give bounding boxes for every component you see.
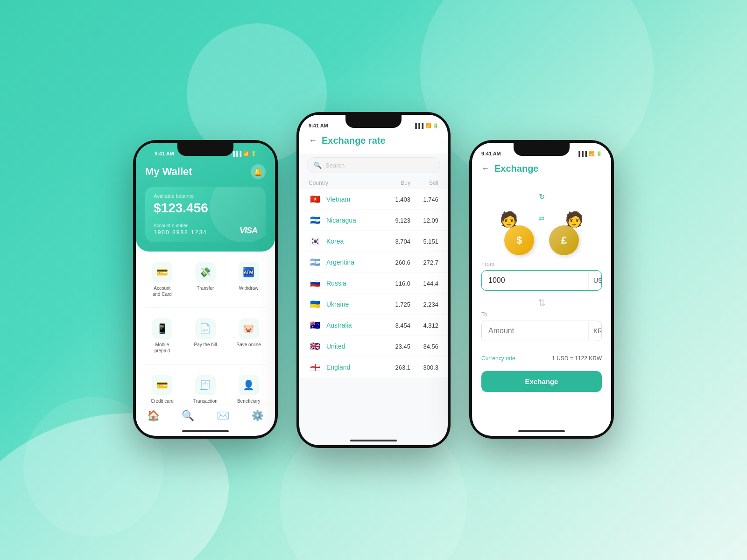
exchange-rate-title: Exchange rate: [322, 135, 386, 146]
card-account-info: Account number 1900 8988 1234: [154, 223, 207, 236]
account-label: Account number: [154, 223, 207, 228]
rate-row-nicaragua[interactable]: 🇳🇮 Nicaragua 9.123 12.09: [299, 210, 448, 231]
signal-icon-3: ▐▐▐: [577, 151, 587, 156]
wallet-title-row: My Wallet 🔔: [145, 160, 266, 187]
from-input-row[interactable]: USD ⇅: [481, 270, 602, 291]
rate-row-united[interactable]: 🇬🇧 United 23.45 34.56: [299, 336, 448, 357]
rate-row-argentina[interactable]: 🇦🇷 Argentina 260.6 272.7: [299, 252, 448, 273]
save-online-label: Save online: [237, 342, 261, 348]
phone-convert: 9:41 AM ▐▐▐ 📶 🔋 ← Exchange ↻: [469, 140, 614, 439]
currency-rate-value: 1 USD = 1122 KRW: [552, 355, 602, 362]
phone-wallet: 9:41 AM ▐▐▐ 📶 🔋 My Wallet 🔔 Available ba…: [133, 140, 278, 439]
buy-rate-1: 9.123: [382, 217, 410, 224]
rate-row-australia[interactable]: 🇦🇺 Australia 3.454 4.312: [299, 315, 448, 336]
wifi-icon-3: 📶: [589, 151, 594, 156]
menu-item-account-card[interactable]: 💳 Accountand Card: [141, 255, 184, 304]
buy-rate-2: 3.704: [382, 238, 410, 245]
convert-back-button[interactable]: ←: [481, 164, 490, 174]
phone-notch-exchange: [345, 115, 402, 128]
from-currency-value: USD: [593, 277, 602, 284]
exchange-rate-screen: 9:41 AM ▐▐▐ 📶 🔋 ← Exchange rate 🔍 Search…: [299, 115, 448, 445]
wallet-screen: 9:41 AM ▐▐▐ 📶 🔋 My Wallet 🔔 Available ba…: [136, 143, 275, 436]
pay-bill-icon: 📄: [195, 318, 216, 339]
home-bar-exchange: [350, 440, 397, 441]
country-name-4: Russia: [326, 280, 382, 287]
balance-label: Available balance: [154, 193, 257, 199]
to-currency-select[interactable]: KRW ⇅: [588, 322, 602, 340]
swap-vertical-icon: ⇅: [538, 297, 546, 308]
col-country-header: Country: [309, 180, 382, 186]
from-currency-select[interactable]: USD ⇅: [588, 271, 602, 290]
exchange-rate-status-icons: ▐▐▐ 📶 🔋: [414, 123, 438, 128]
to-input-row[interactable]: KRW ⇅: [481, 321, 602, 341]
convert-back-row: ← Exchange: [481, 163, 602, 174]
flag-nicaragua: 🇳🇮: [309, 216, 322, 225]
beneficiary-label: Beneficiary: [237, 398, 260, 404]
phone-notch-wallet: [177, 143, 233, 156]
from-label: From: [481, 261, 602, 267]
search-placeholder-text: Search: [325, 162, 433, 169]
wallet-header-bg: 9:41 AM ▐▐▐ 📶 🔋 My Wallet 🔔 Available ba…: [136, 143, 275, 252]
battery-icon-3: 🔋: [596, 151, 602, 156]
wifi-icon-2: 📶: [425, 123, 431, 128]
country-name-2: Korea: [326, 238, 382, 245]
menu-item-save-online[interactable]: 🐷 Save online: [227, 312, 270, 360]
menu-item-mobile-prepaid[interactable]: 📱 Mobileprepaid: [141, 312, 184, 360]
buy-rate-0: 1.403: [382, 196, 410, 203]
menu-grid-row1: 💳 Accountand Card 💸 Transfer 🏧 Withdraw: [136, 252, 275, 308]
battery-icon: 🔋: [251, 151, 256, 156]
exchange-submit-button[interactable]: Exchange: [481, 371, 602, 392]
wallet-time: 9:41 AM: [155, 151, 174, 156]
to-amount-input[interactable]: [482, 321, 588, 341]
rate-row-vietnam[interactable]: 🇻🇳 Vietnam 1.403 1.746: [299, 189, 448, 210]
coins-group: ⇅ $ £: [539, 215, 544, 225]
from-amount-input[interactable]: [482, 271, 588, 290]
currency-rate-row: Currency rate 1 USD = 1122 KRW: [472, 350, 611, 366]
phone-notch-convert: [514, 143, 570, 156]
pay-bill-label: Pay the bill: [194, 342, 217, 348]
buy-rate-7: 23.45: [382, 343, 410, 350]
menu-item-transfer[interactable]: 💸 Transfer: [184, 255, 227, 304]
save-online-icon: 🐷: [239, 318, 259, 339]
rate-row-russia[interactable]: 🇷🇺 Russia 116.0 144.4: [299, 273, 448, 294]
rate-row-ukraine[interactable]: 🇺🇦 Ukraine 1.725 2.234: [299, 294, 448, 315]
country-name-8: England: [326, 364, 382, 371]
account-card-icon: 💳: [152, 262, 172, 282]
notification-bell-button[interactable]: 🔔: [251, 164, 266, 179]
buy-rate-8: 263.1: [382, 364, 410, 371]
flag-argentina: 🇦🇷: [309, 258, 322, 267]
menu-item-withdraw[interactable]: 🏧 Withdraw: [227, 255, 270, 304]
menu-item-pay-bill[interactable]: 📄 Pay the bill: [184, 312, 227, 360]
credit-card-icon: 💳: [152, 375, 172, 395]
sell-rate-3: 272.7: [410, 259, 438, 266]
country-name-0: Vietnam: [326, 196, 382, 203]
search-magnifier-icon: 🔍: [314, 161, 322, 169]
sell-rate-6: 4.312: [410, 322, 438, 329]
swap-button[interactable]: ⇅: [481, 294, 602, 311]
account-number: 1900 8988 1234: [154, 229, 207, 236]
transfer-icon: 💸: [195, 262, 216, 282]
card-footer: Account number 1900 8988 1234 VISA: [154, 223, 257, 236]
buy-rate-5: 1.725: [382, 301, 410, 308]
transaction-label: Transaction: [193, 398, 218, 404]
convert-time: 9:41 AM: [481, 151, 501, 156]
mobile-prepaid-icon: 📱: [152, 318, 172, 339]
nav-settings-button[interactable]: ⚙️: [251, 410, 264, 422]
beneficiary-icon: 👤: [239, 375, 259, 395]
buy-rate-3: 260.6: [382, 259, 410, 266]
signal-icon: ▐▐▐: [232, 151, 241, 156]
nav-home-button[interactable]: 🏠: [147, 410, 160, 422]
rate-row-korea[interactable]: 🇰🇷 Korea 3.704 5.151: [299, 231, 448, 252]
country-name-6: Australia: [326, 322, 382, 329]
search-bar[interactable]: 🔍 Search: [307, 157, 440, 173]
mobile-prepaid-label: Mobileprepaid: [155, 342, 170, 354]
exchange-rate-back-button[interactable]: ←: [309, 136, 317, 146]
credit-card-label: Credit card: [151, 398, 174, 404]
account-card-label: Accountand Card: [153, 285, 172, 297]
rate-row-england[interactable]: 🏴󠁧󠁢󠁥󠁮󠁧󠁿 England 263.1 300.3: [299, 357, 448, 378]
nav-mail-button[interactable]: ✉️: [217, 410, 229, 422]
transfer-label: Transfer: [197, 285, 214, 291]
nav-search-button[interactable]: 🔍: [182, 410, 194, 422]
to-currency-value: KRW: [593, 327, 602, 335]
col-buy-header: Buy: [382, 180, 410, 186]
